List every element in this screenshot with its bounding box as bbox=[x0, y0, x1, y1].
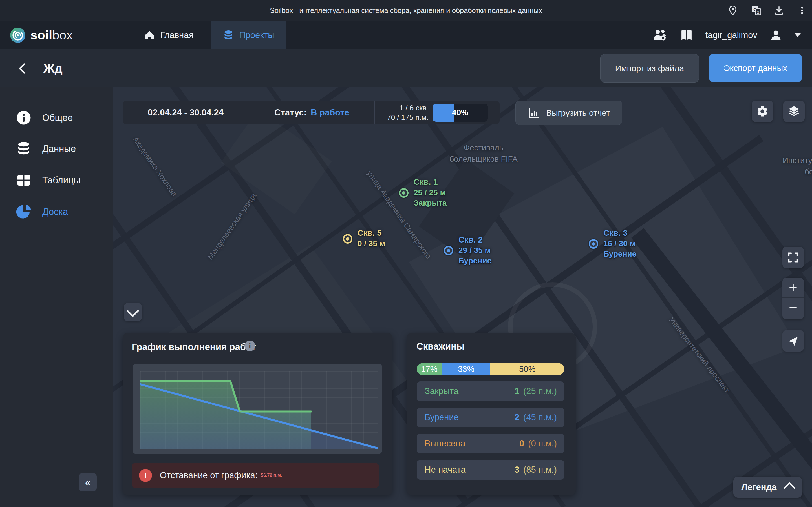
progress-bar: 40% bbox=[433, 104, 488, 122]
well-dot-icon bbox=[447, 249, 450, 252]
status-label: Статус: bbox=[274, 108, 307, 118]
wells-row-closed[interactable]: Закрыта 1(25 п.м.) bbox=[417, 381, 564, 401]
legend-button-label: Легенда bbox=[742, 482, 777, 492]
sidebar-collapse-button[interactable]: « bbox=[79, 473, 97, 491]
wells-card-title: Скважины bbox=[416, 341, 464, 352]
sidebar-item-general[interactable]: Общее bbox=[0, 108, 113, 128]
locate-button[interactable] bbox=[782, 330, 804, 351]
schedule-chart-svg bbox=[140, 371, 377, 449]
kebab-menu-icon[interactable] bbox=[797, 5, 808, 16]
poi-label-institute: Институт экбезоп bbox=[780, 155, 812, 177]
home-icon bbox=[144, 30, 155, 41]
sidebar-item-board[interactable]: Доска bbox=[0, 202, 113, 222]
alert-icon: ! bbox=[139, 469, 152, 482]
map-canvas[interactable]: Академика Хохлова Менделеевская улица ул… bbox=[113, 87, 812, 507]
status-value: В работе bbox=[311, 108, 349, 118]
legend-button[interactable]: Легенда bbox=[733, 476, 802, 498]
info-icon bbox=[16, 110, 32, 126]
logo-text-box: box bbox=[52, 28, 73, 42]
sidebar: Общее Данные Таблицы bbox=[0, 87, 113, 507]
well-dot-icon bbox=[402, 191, 405, 194]
navigation-arrow-icon bbox=[787, 335, 799, 347]
database-icon bbox=[16, 141, 32, 157]
download-icon[interactable] bbox=[774, 5, 784, 16]
docs-book-icon[interactable] bbox=[680, 29, 693, 41]
map-toolbar: 02.04.24 - 30.04.24 Статус: В работе 1 /… bbox=[123, 101, 500, 124]
user-avatar-icon[interactable] bbox=[770, 29, 782, 41]
soilbox-logo-icon bbox=[10, 27, 26, 43]
sidebar-label-data: Данные bbox=[42, 144, 76, 154]
report-button-label: Выгрузить отчет bbox=[546, 108, 610, 118]
browser-titlebar: Soilbox - интеллектуальная система сбора… bbox=[0, 0, 812, 21]
toolbar-collapse-button[interactable] bbox=[124, 303, 142, 321]
zoom-in-button[interactable]: + bbox=[782, 278, 804, 297]
nav-projects[interactable]: Проекты bbox=[211, 21, 286, 49]
browser-page-title: Soilbox - интеллектуальная система сбора… bbox=[0, 0, 812, 21]
soilbox-logo[interactable]: soilbox bbox=[10, 27, 73, 43]
logo-text-soil: soil bbox=[31, 28, 52, 42]
chevron-down-icon bbox=[126, 304, 139, 317]
progress-percent: 40% bbox=[433, 104, 488, 122]
location-pin-icon[interactable] bbox=[727, 5, 738, 16]
zoom-out-button[interactable]: − bbox=[782, 298, 804, 320]
report-button[interactable]: Выгрузить отчет bbox=[515, 101, 622, 125]
project-header: Жд Импорт из файла Экспорт данных bbox=[0, 49, 812, 87]
schedule-warning: ! Отставание от графика: 56.72 п.м. bbox=[132, 463, 379, 488]
status-segment: Статус: В работе bbox=[249, 101, 374, 124]
nav-home[interactable]: Главная bbox=[132, 21, 205, 49]
user-management-icon[interactable] bbox=[653, 29, 668, 42]
import-button[interactable]: Импорт из файла bbox=[600, 54, 699, 82]
schedule-warning-label: Отставание от графика: bbox=[160, 470, 257, 481]
project-title: Жд bbox=[43, 61, 63, 75]
fullscreen-button[interactable] bbox=[782, 247, 804, 268]
translate-icon[interactable]: G 文 bbox=[751, 5, 762, 16]
wells-bar-segment-closed: 17% bbox=[417, 363, 442, 375]
sidebar-label-general: Общее bbox=[42, 112, 73, 123]
wells-bar-segment-notstarted: 50% bbox=[490, 363, 564, 375]
wells-status-bar: 17% 33% 50% bbox=[417, 363, 564, 375]
schedule-chart-panel bbox=[133, 363, 382, 454]
username[interactable]: tagir_galimov bbox=[705, 30, 757, 40]
user-menu-caret-icon[interactable] bbox=[795, 33, 801, 37]
wells-row-drilling[interactable]: Бурение 2(45 п.м.) bbox=[417, 407, 564, 427]
zoom-controls: + − bbox=[782, 278, 804, 320]
sidebar-item-data[interactable]: Данные bbox=[0, 138, 113, 159]
wells-progress: 1 / 6 скв. bbox=[387, 103, 428, 113]
nav-home-label: Главная bbox=[160, 30, 193, 40]
map-layers-button[interactable] bbox=[783, 101, 805, 122]
sidebar-item-tables[interactable]: Таблицы bbox=[0, 170, 113, 190]
bar-chart-icon bbox=[527, 107, 540, 119]
svg-text:文: 文 bbox=[756, 10, 760, 14]
date-range[interactable]: 02.04.24 - 30.04.24 bbox=[123, 101, 249, 124]
export-button[interactable]: Экспорт данных bbox=[709, 54, 802, 82]
pie-chart-icon bbox=[16, 204, 32, 220]
wells-row-surveyed[interactable]: Вынесена 0(0 п.м.) bbox=[417, 434, 564, 453]
app-navbar: soilbox Главная Проекты bbox=[0, 21, 812, 49]
table-icon bbox=[16, 172, 32, 188]
wells-card: Скважины 17% 33% 50% Закрыта 1(25 п.м.) … bbox=[407, 333, 576, 495]
back-button[interactable] bbox=[16, 62, 29, 75]
well-dot-icon bbox=[346, 237, 349, 240]
nav-projects-label: Проекты bbox=[239, 30, 274, 40]
sidebar-label-board: Доска bbox=[42, 207, 68, 217]
gear-icon bbox=[756, 105, 769, 117]
map-settings-button[interactable] bbox=[752, 101, 773, 122]
wells-row-notstarted[interactable]: Не начата 3(85 п.м.) bbox=[417, 460, 564, 480]
progress-segment: 1 / 6 скв. 70 / 175 п.м. 40% bbox=[374, 101, 500, 124]
fullscreen-icon bbox=[787, 251, 799, 264]
schedule-chart-plot bbox=[140, 371, 377, 449]
meters-progress: 70 / 175 п.м. bbox=[387, 113, 428, 122]
schedule-card-title: График выполнения работ bbox=[132, 342, 256, 352]
layers-icon bbox=[788, 105, 800, 117]
app-root: Soilbox - интеллектуальная система сбора… bbox=[0, 0, 812, 507]
sidebar-label-tables: Таблицы bbox=[42, 175, 80, 186]
schedule-card: График выполнения работ i ! bbox=[123, 333, 393, 495]
chevron-up-icon bbox=[783, 482, 796, 494]
info-icon[interactable]: i bbox=[245, 341, 255, 351]
schedule-warning-value: 56.72 п.м. bbox=[261, 473, 282, 478]
database-icon bbox=[223, 30, 234, 41]
wells-bar-segment-drilling: 33% bbox=[442, 363, 491, 375]
poi-label-fifa: Фестивальболельщиков FIFA bbox=[448, 142, 519, 165]
well-dot-icon bbox=[592, 242, 595, 245]
